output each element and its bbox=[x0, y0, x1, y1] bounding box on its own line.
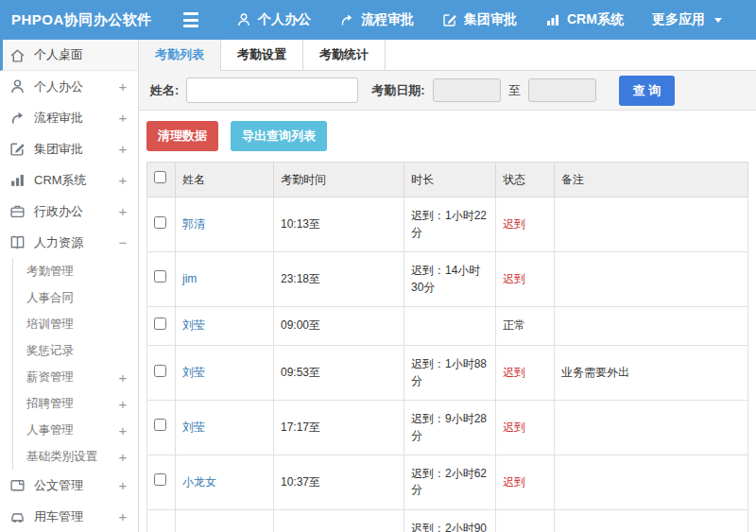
status-cell: 迟到 bbox=[496, 455, 555, 509]
sidebar-group: 个人办公 + bbox=[0, 71, 138, 102]
employee-name-link[interactable]: 刘莹 bbox=[182, 420, 205, 434]
sidebar-item[interactable]: 流程审批 + bbox=[0, 102, 138, 133]
sidebar-subitem[interactable]: 人事合同 bbox=[12, 284, 138, 311]
remark-cell bbox=[555, 197, 748, 252]
sidebar-item[interactable]: CRM系统 + bbox=[0, 164, 138, 196]
topnav-item[interactable]: 更多应用 bbox=[652, 11, 722, 28]
sidebar-item-label: CRM系统 bbox=[34, 172, 115, 189]
flow-icon bbox=[9, 110, 26, 126]
employee-name-link[interactable]: 刘莹 bbox=[182, 318, 205, 332]
expand-toggle[interactable]: − bbox=[115, 235, 130, 249]
row-checkbox[interactable] bbox=[154, 270, 166, 283]
sidebar-item[interactable]: 用车管理 + bbox=[0, 501, 138, 532]
sidebar: 个人桌面 个人办公 + bbox=[0, 40, 139, 532]
date-from-input[interactable] bbox=[433, 78, 501, 102]
expand-toggle[interactable]: + bbox=[115, 450, 130, 464]
duration-cell: 迟到：1小时22分 bbox=[404, 197, 496, 252]
tab-bar: 考勤列表 考勤设置 考勤统计 bbox=[139, 40, 756, 71]
name-cell: jim bbox=[176, 252, 274, 307]
remark-cell bbox=[555, 455, 748, 509]
expand-toggle[interactable]: + bbox=[115, 397, 130, 411]
col-header-time: 考勤时间 bbox=[274, 163, 404, 197]
table-row: jim 23:18至 迟到：14小时30分 迟到 bbox=[147, 252, 748, 307]
app-title: PHPOA协同办公软件 bbox=[0, 11, 168, 29]
duration-cell: 迟到：9小时28分 bbox=[404, 401, 496, 455]
status-cell: 迟到 bbox=[496, 346, 555, 401]
status-cell: 迟到 bbox=[496, 252, 555, 307]
sidebar-subitem-label: 招聘管理 bbox=[26, 396, 115, 412]
sidebar-item-label: 用车管理 bbox=[34, 508, 115, 525]
employee-name-link[interactable]: 刘莹 bbox=[182, 366, 205, 379]
row-checkbox[interactable] bbox=[154, 419, 166, 431]
topnav-item[interactable]: 集团审批 bbox=[442, 11, 517, 28]
name-cell: 小龙女 bbox=[176, 455, 274, 509]
topnav-item[interactable]: 个人办公 bbox=[236, 11, 311, 28]
duration-line1: 迟到：9小时28分 bbox=[411, 411, 489, 444]
sidebar-group: 流程审批 + bbox=[0, 102, 138, 133]
chart-icon bbox=[545, 12, 560, 27]
expand-toggle[interactable]: + bbox=[115, 111, 130, 125]
employee-name-link[interactable]: 郭清 bbox=[182, 217, 205, 231]
sidebar-subitem[interactable]: 招聘管理 + bbox=[12, 390, 138, 417]
search-button[interactable]: 查 询 bbox=[619, 76, 676, 106]
employee-name-link[interactable]: jim bbox=[182, 272, 197, 285]
row-checkbox[interactable] bbox=[154, 317, 166, 330]
sidebar-subitem[interactable]: 人事管理 + bbox=[12, 417, 138, 443]
topnav-item-label: 更多应用 bbox=[652, 11, 705, 28]
time-cell: 09:53至 bbox=[274, 346, 404, 401]
employee-name-link[interactable]: 小龙女 bbox=[182, 475, 216, 489]
sidebar-item-label: 集团审批 bbox=[34, 141, 115, 158]
row-checkbox-cell bbox=[147, 509, 176, 532]
export-list-button[interactable]: 导出查询列表 bbox=[231, 121, 327, 151]
to-label: 至 bbox=[508, 82, 521, 99]
topnav-item[interactable]: CRM系统 bbox=[545, 11, 624, 28]
name-cell: 郭清 bbox=[176, 197, 274, 252]
sidebar-item[interactable]: 行政办公 + bbox=[0, 196, 138, 227]
hamburger-menu-icon[interactable] bbox=[183, 12, 204, 27]
expand-toggle[interactable]: + bbox=[115, 142, 130, 156]
expand-toggle[interactable]: + bbox=[115, 478, 130, 492]
sidebar-item[interactable]: 集团审批 + bbox=[0, 133, 138, 164]
name-input[interactable] bbox=[186, 77, 358, 103]
expand-toggle[interactable]: + bbox=[115, 173, 130, 187]
sidebar-subitem[interactable]: 培训管理 bbox=[12, 311, 138, 337]
sidebar-subitem[interactable]: 考勤管理 bbox=[12, 258, 138, 284]
expand-toggle[interactable]: + bbox=[115, 204, 130, 218]
expand-toggle[interactable]: + bbox=[115, 370, 130, 385]
date-to-input[interactable] bbox=[528, 78, 596, 102]
edit-icon bbox=[442, 12, 457, 27]
topnav-item[interactable]: 流程审批 bbox=[339, 11, 414, 28]
expand-toggle[interactable]: + bbox=[115, 423, 130, 438]
sidebar-item[interactable]: 个人办公 + bbox=[0, 71, 138, 102]
sidebar-item[interactable]: 人力资源 − bbox=[0, 227, 138, 258]
sidebar-subitem[interactable]: 薪资管理 + bbox=[12, 364, 138, 390]
time-cell: 10:37至 bbox=[274, 455, 404, 509]
remark-cell bbox=[555, 252, 748, 307]
duration-line1: 迟到：2小时62分 bbox=[411, 466, 489, 499]
content-body: 清理数据 导出查询列表 姓名 考勤时间 时长 状态 备注 bbox=[139, 111, 756, 532]
name-cell: 管理员 bbox=[176, 509, 274, 532]
table-row: 管理员 10:54至10:54 迟到：2小时90分 早退：7小时10分 迟到/早… bbox=[147, 509, 748, 532]
sidebar-group: CRM系统 + bbox=[0, 164, 138, 196]
sidebar-subitem[interactable]: 基础类别设置 + bbox=[12, 443, 138, 470]
tab[interactable]: 考勤列表 bbox=[139, 40, 221, 71]
sidebar-item[interactable]: 公文管理 + bbox=[0, 470, 138, 501]
row-checkbox[interactable] bbox=[154, 473, 166, 486]
duration-cell: 迟到：2小时62分 bbox=[404, 455, 496, 509]
select-all-checkbox[interactable] bbox=[154, 171, 166, 183]
clean-data-button[interactable]: 清理数据 bbox=[146, 121, 218, 151]
edit-icon bbox=[9, 141, 26, 157]
topnav-item-label: 集团审批 bbox=[464, 11, 517, 28]
sidebar-subitem-label: 基础类别设置 bbox=[26, 449, 115, 465]
tab[interactable]: 考勤统计 bbox=[303, 40, 386, 70]
doc-icon bbox=[9, 477, 26, 493]
sidebar-subitem[interactable]: 奖惩记录 bbox=[12, 337, 138, 364]
table-row: 郭清 10:13至 迟到：1小时22分 迟到 bbox=[147, 197, 748, 252]
row-checkbox[interactable] bbox=[154, 365, 166, 377]
expand-toggle[interactable]: + bbox=[115, 79, 130, 94]
content-area: 考勤列表 考勤设置 考勤统计 姓名: 考勤日期: 至 查 询 清理数据 导出查询… bbox=[139, 40, 756, 532]
sidebar-item[interactable]: 个人桌面 bbox=[0, 40, 138, 71]
row-checkbox[interactable] bbox=[154, 216, 166, 229]
tab[interactable]: 考勤设置 bbox=[221, 40, 303, 70]
expand-toggle[interactable]: + bbox=[115, 509, 130, 523]
